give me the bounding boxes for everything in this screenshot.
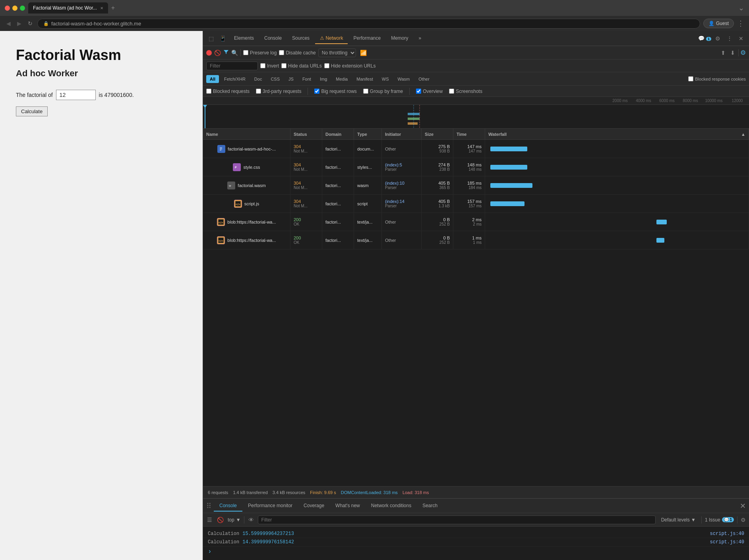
- big-rows-label[interactable]: Big request rows: [314, 89, 356, 94]
- console-tab-perf[interactable]: Performance monitor: [242, 500, 298, 512]
- table-row[interactable]: </> blob:https://factorial-wa... 200 OK …: [203, 213, 749, 231]
- console-tab-whatsnew[interactable]: What's new: [330, 500, 366, 512]
- devtools-more-btn[interactable]: ⋮: [724, 34, 735, 43]
- eye-icon-btn[interactable]: 👁: [248, 516, 255, 524]
- throttle-select[interactable]: No throttling: [318, 48, 356, 57]
- th-type[interactable]: Type: [354, 129, 382, 139]
- preserve-log-label[interactable]: Preserve log: [243, 50, 277, 56]
- disable-cache-label[interactable]: Disable cache: [279, 50, 315, 56]
- chat-badge-btn[interactable]: 💬 1: [698, 35, 711, 41]
- back-btn[interactable]: ◀: [5, 19, 12, 27]
- blocked-requests-cb[interactable]: [206, 89, 211, 94]
- res-tab-other[interactable]: Other: [415, 75, 433, 83]
- table-row[interactable]: W factorial.wasm 304 Not M... factori...: [203, 176, 749, 195]
- res-tab-js[interactable]: JS: [285, 75, 297, 83]
- devtools-device-icon[interactable]: 📱: [217, 34, 228, 43]
- context-selector[interactable]: top ▼: [228, 517, 241, 523]
- filter-btn[interactable]: [223, 49, 229, 56]
- factorial-input[interactable]: [56, 90, 96, 100]
- tab-memory[interactable]: Memory: [386, 33, 413, 44]
- console-clear-btn[interactable]: 🚫: [216, 516, 225, 524]
- tab-console[interactable]: Console: [259, 33, 286, 44]
- initiator-link-4[interactable]: (index):14: [385, 199, 418, 204]
- reload-btn[interactable]: ↻: [26, 19, 34, 27]
- upload-btn[interactable]: ⬆: [719, 49, 727, 57]
- wifi-icon-btn[interactable]: 📶: [358, 49, 368, 57]
- th-status[interactable]: Status: [290, 129, 322, 139]
- levels-btn[interactable]: Default levels ▼: [659, 516, 698, 523]
- tab-sources[interactable]: Sources: [287, 33, 314, 44]
- console-file-1[interactable]: script.js:40: [710, 531, 744, 537]
- console-tab-network-cond[interactable]: Network conditions: [366, 500, 417, 512]
- console-tab-search[interactable]: Search: [417, 500, 443, 512]
- calculate-btn[interactable]: Calculate: [16, 106, 48, 116]
- devtools-settings-btn[interactable]: ⚙: [713, 34, 723, 43]
- th-initiator[interactable]: Initiator: [382, 129, 422, 139]
- res-tab-all[interactable]: All: [206, 75, 219, 83]
- console-settings-btn[interactable]: ⚙: [741, 517, 746, 523]
- filter-input[interactable]: [206, 62, 258, 70]
- clear-btn[interactable]: 🚫: [214, 50, 221, 56]
- drag-handle[interactable]: ⠿: [206, 502, 214, 510]
- record-btn[interactable]: [206, 50, 212, 56]
- minimize-traffic-light[interactable]: [12, 6, 17, 11]
- res-tab-css[interactable]: CSS: [267, 75, 283, 83]
- forward-btn[interactable]: ▶: [15, 19, 23, 27]
- th-size[interactable]: Size: [422, 129, 453, 139]
- expand-icon[interactable]: ⌄: [738, 4, 744, 12]
- issues-btn[interactable]: 1 Issue 💬 1: [705, 517, 734, 523]
- console-prompt[interactable]: ›: [203, 546, 749, 557]
- overview-cb[interactable]: [416, 89, 421, 94]
- console-file-2[interactable]: script.js:40: [710, 539, 744, 545]
- blocked-requests-label[interactable]: Blocked requests: [206, 89, 250, 94]
- console-tab-coverage[interactable]: Coverage: [298, 500, 330, 512]
- menu-dots-btn[interactable]: ⋮: [737, 19, 744, 28]
- devtools-close-btn[interactable]: ✕: [736, 34, 746, 43]
- tab-elements[interactable]: Elements: [229, 33, 259, 44]
- preserve-log-cb[interactable]: [243, 50, 248, 55]
- third-party-label[interactable]: 3rd-party requests: [256, 89, 301, 94]
- console-close-btn[interactable]: ✕: [740, 502, 746, 510]
- guest-btn[interactable]: 👤 Guest: [703, 19, 734, 28]
- invert-label[interactable]: Invert: [260, 63, 279, 69]
- initiator-link-2[interactable]: (index):5: [385, 162, 418, 167]
- table-row[interactable]: </> blob:https://factorial-wa... 200 OK …: [203, 231, 749, 249]
- invert-cb[interactable]: [260, 63, 265, 68]
- res-tab-doc[interactable]: Doc: [251, 75, 266, 83]
- tab-close-btn[interactable]: ✕: [100, 6, 103, 10]
- res-tab-manifest[interactable]: Manifest: [353, 75, 377, 83]
- console-sidebar-btn[interactable]: ☰: [206, 516, 213, 524]
- screenshots-cb[interactable]: [449, 89, 454, 94]
- maximize-traffic-light[interactable]: [20, 6, 25, 11]
- console-tab-console[interactable]: Console: [214, 500, 242, 512]
- hide-ext-urls-label[interactable]: Hide extension URLs: [324, 63, 376, 69]
- devtools-inspect-icon[interactable]: ⬚: [206, 34, 216, 43]
- third-party-cb[interactable]: [256, 89, 261, 94]
- group-by-frame-cb[interactable]: [363, 89, 368, 94]
- table-row[interactable]: </> script.js 304 Not M... factori...: [203, 195, 749, 213]
- res-tab-fetch[interactable]: Fetch/XHR: [221, 75, 249, 83]
- table-row[interactable]: factorial-wasm-ad-hoc-... 304 Not M... f…: [203, 140, 749, 158]
- initiator-link-3[interactable]: (index):10: [385, 181, 418, 185]
- network-settings-icon[interactable]: ⚙: [740, 49, 746, 56]
- res-tab-wasm[interactable]: Wasm: [394, 75, 414, 83]
- group-by-frame-label[interactable]: Group by frame: [363, 89, 403, 94]
- timeline-cursor[interactable]: [205, 105, 205, 129]
- hide-data-urls-label[interactable]: Hide data URLs: [281, 63, 322, 69]
- active-tab[interactable]: Factorial Wasm (ad hoc Wor... ✕: [28, 2, 108, 14]
- table-row[interactable]: P style.css 304 Not M... factori...: [203, 158, 749, 176]
- new-tab-btn[interactable]: +: [110, 4, 116, 12]
- th-waterfall[interactable]: Waterfall ▲: [485, 129, 749, 139]
- close-traffic-light[interactable]: [5, 6, 10, 11]
- res-tab-ws[interactable]: WS: [378, 75, 393, 83]
- screenshots-label[interactable]: Screenshots: [449, 89, 482, 94]
- blocked-cookies-cb[interactable]: [688, 76, 693, 81]
- res-tab-media[interactable]: Media: [332, 75, 351, 83]
- th-domain[interactable]: Domain: [322, 129, 354, 139]
- disable-cache-cb[interactable]: [279, 50, 284, 55]
- res-tab-img[interactable]: Img: [316, 75, 331, 83]
- download-btn[interactable]: ⬇: [729, 49, 737, 57]
- blocked-cookies-label[interactable]: Blocked response cookies: [688, 76, 746, 81]
- th-name[interactable]: Name: [203, 129, 290, 139]
- big-rows-cb[interactable]: [314, 89, 319, 94]
